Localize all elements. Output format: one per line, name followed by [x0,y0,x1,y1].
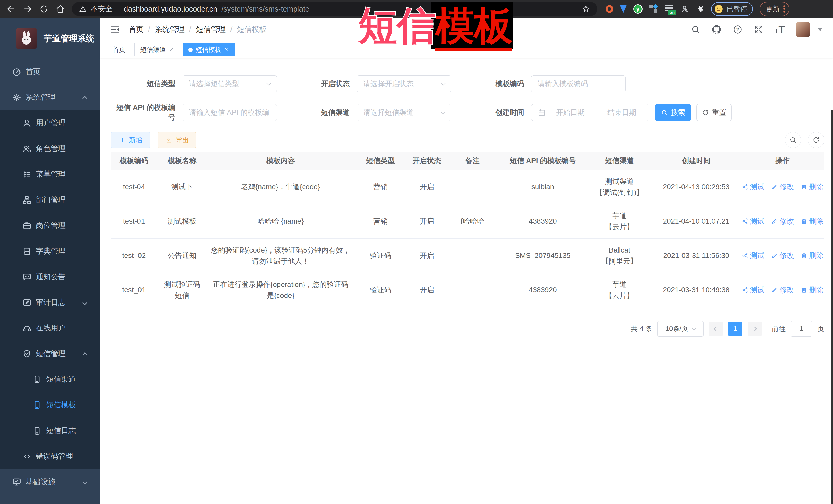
cell-name: 测试模板 [157,204,207,238]
test-link[interactable]: 测试 [742,250,765,261]
page-size-select[interactable]: 10条/页 [658,321,704,337]
close-icon[interactable] [169,47,173,52]
update-button[interactable]: 更新 [760,2,789,16]
refresh-table-button[interactable] [808,132,824,148]
avatar[interactable] [795,22,810,37]
edit-link[interactable]: 修改 [771,181,794,192]
trash-icon [801,287,807,293]
security-label[interactable]: 不安全 [91,4,112,14]
close-icon[interactable] [224,47,229,52]
edit-icon [771,252,778,259]
extension-list-icon[interactable]: on [665,4,674,14]
reload-icon[interactable] [39,4,49,14]
breadcrumb-separator: / [189,25,191,33]
window-edge-scrollbar[interactable] [831,110,833,504]
app-logo[interactable]: 芋道管理系统 [0,18,100,59]
font-size-icon[interactable]: TT [775,24,785,35]
sidebar-item-label: 短信日志 [46,426,76,436]
bookmark-star-icon[interactable] [581,5,590,13]
extension-ring-icon[interactable] [605,5,613,13]
test-link[interactable]: 测试 [742,216,765,226]
export-button[interactable]: 导出 [158,132,196,148]
forward-icon[interactable] [23,4,32,14]
edit-link[interactable]: 修改 [771,216,794,226]
github-icon[interactable] [712,24,722,34]
sidebar-item-sms-template[interactable]: 短信模板 [0,392,100,418]
add-button[interactable]: 新增 [111,132,150,148]
back-icon[interactable] [6,4,16,14]
sidebar-item-audit-log[interactable]: 审计日志 [0,290,100,315]
col-header: 短信 API 的模板编号 [498,152,587,170]
show-search-button[interactable] [785,132,801,148]
extension-gem-icon[interactable] [620,5,626,13]
delete-link[interactable]: 删除 [801,181,824,192]
delete-link[interactable]: 删除 [801,284,824,295]
paused-extension-pill[interactable]: 已暂停 [711,2,753,16]
sidebar-item-role-mgmt[interactable]: 角色管理 [0,136,100,162]
sidebar-item-user-mgmt[interactable]: 用户管理 [0,110,100,136]
help-icon[interactable]: ? [733,24,743,34]
open-status-select[interactable]: 请选择开启状态 [357,75,451,92]
address-bar[interactable]: 不安全 dashboard.yudao.iocoder.cn/system/sm… [72,2,597,16]
sidebar-item-online-users[interactable]: 在线用户 [0,315,100,341]
api-template-id-input[interactable] [183,104,277,121]
test-link[interactable]: 测试 [742,284,765,295]
sms-type-select[interactable]: 请选择短信类型 [183,75,277,92]
breadcrumb-home[interactable]: 首页 [129,24,144,34]
search-icon [789,136,797,144]
breadcrumb-current: 短信模板 [237,24,267,34]
goto-page-input[interactable] [791,321,812,337]
caret-down-icon[interactable] [817,28,823,31]
collapse-sidebar-icon[interactable] [109,24,120,35]
extension-person-icon[interactable] [681,5,689,13]
sidebar-item-label: 系统管理 [26,92,55,102]
tab-sms-template[interactable]: 短信模板 [183,43,235,56]
sidebar-item-error-code[interactable]: 错误码管理 [0,443,100,469]
edit-link[interactable]: 修改 [771,250,794,261]
sidebar-item-label: 角色管理 [36,144,66,154]
extension-grid-icon[interactable] [649,5,658,13]
sidebar-item-sms-channel[interactable]: 短信渠道 [0,367,100,392]
sidebar-item-system-mgmt[interactable]: 系统管理 [0,85,100,110]
extensions-puzzle-icon[interactable] [696,5,705,13]
sidebar-item-infrastructure[interactable]: 基础设施 [0,469,100,495]
sidebar-item-dict-mgmt[interactable]: 字典管理 [0,238,100,264]
tab-sms-channel[interactable]: 短信渠道 [134,43,180,56]
sidebar-item-sms-mgmt[interactable]: 短信管理 [0,341,100,367]
delete-link[interactable]: 删除 [801,250,824,261]
prev-page-button[interactable] [709,322,723,336]
browser-menu-icon[interactable] [783,5,785,13]
sidebar-item-post-mgmt[interactable]: 岗位管理 [0,213,100,238]
fullscreen-icon[interactable] [754,24,764,34]
tab-home[interactable]: 首页 [106,43,131,56]
cell-type: 验证码 [354,238,407,273]
template-code-input[interactable] [531,76,625,92]
date-range-picker[interactable]: 开始日期 - 结束日期 [531,104,649,121]
reset-button[interactable]: 重置 [696,104,732,121]
extension-y-icon[interactable]: y [633,4,643,14]
start-date-placeholder[interactable]: 开始日期 [549,108,591,117]
col-header: 短信渠道 [587,152,651,170]
sidebar-item-label: 部门管理 [36,195,66,205]
sidebar-item-menu-mgmt[interactable]: 菜单管理 [0,162,100,187]
channel-select[interactable]: 请选择短信渠道 [357,104,451,121]
sidebar-item-home[interactable]: 首页 [0,59,100,85]
cell-actions: 测试 修改 删除 [741,238,824,273]
test-link[interactable]: 测试 [742,181,765,192]
edit-link[interactable]: 修改 [771,284,794,295]
total-count: 共 4 条 [631,324,652,334]
sidebar-item-dept-mgmt[interactable]: 部门管理 [0,187,100,213]
breadcrumb-sms[interactable]: 短信管理 [196,24,225,34]
search-button[interactable]: 搜索 [655,104,691,121]
end-date-placeholder[interactable]: 结束日期 [601,108,643,117]
table-tools [785,132,824,148]
breadcrumb-system[interactable]: 系统管理 [155,24,185,34]
sidebar-item-notice[interactable]: 通知公告 [0,264,100,290]
next-page-button[interactable] [747,322,762,336]
sidebar-item-sms-log[interactable]: 短信日志 [0,418,100,443]
home-icon[interactable] [55,4,65,14]
active-dot [188,48,193,52]
page-1-button[interactable]: 1 [728,322,742,336]
delete-link[interactable]: 删除 [801,216,824,226]
search-icon[interactable] [690,24,701,34]
